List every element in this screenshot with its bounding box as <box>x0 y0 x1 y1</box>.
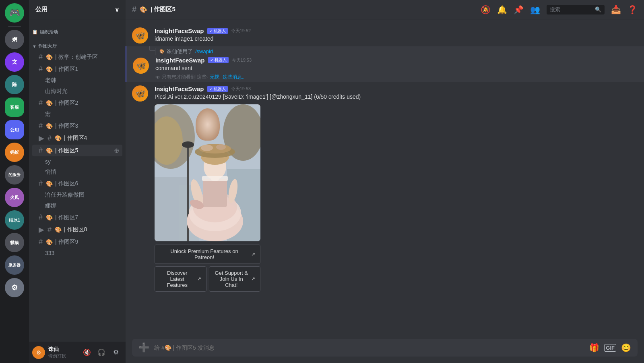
help-icon[interactable]: ❓ <box>627 5 638 15</box>
unlock-premium-button[interactable]: Unlock Premium Features on Patreon! ↗ <box>155 245 260 264</box>
channel-zuotu3[interactable]: # 🎨 | 作图区3 <box>32 120 122 132</box>
message-content-3: Picsi.Ai ver.2.0.u20240129 [SaveID: 'ima… <box>155 93 638 101</box>
gif-icon[interactable]: GIF <box>604 344 616 352</box>
channel-zuotu5[interactable]: # 🎨 | 作图区5 ⊕ <box>32 145 122 156</box>
channel-emoji: 🎨 <box>46 214 53 221</box>
channel-yuren[interactable]: 渝任升装修做图 <box>32 190 122 200</box>
server-sidebar: 🎮 婀 文 陈 客服 公用 蚂蚁 的服务 火凤 结冰1 貘貘 服务器 ⚙ <box>0 0 29 363</box>
channel-label: 渝任升装修做图 <box>45 191 85 199</box>
dismiss-link[interactable]: 无视 <box>210 74 219 81</box>
bot-avatar-2: 🦋 <box>133 58 149 74</box>
external-link-icon-2: ↗ <box>197 276 201 282</box>
channel-label: | 作图区9 <box>55 239 78 246</box>
discover-features-label: Discover Latest Features <box>160 270 195 288</box>
unlock-premium-label: Unlock Premium Features on Patreon! <box>160 248 249 260</box>
channel-jiaoxue[interactable]: # 🎨 | 教学：创建子区 <box>32 51 122 63</box>
channel-zuotu8[interactable]: ▶ # 🎨 | 作图区8 <box>32 224 122 236</box>
channel-label: | 教学：创建子区 <box>55 54 98 61</box>
discover-features-button[interactable]: Discover Latest Features ↗ <box>155 266 206 292</box>
reply-line <box>149 46 155 51</box>
channel-list: 📋 组织活动 ▼ 作图大厅 # 🎨 | 教学：创建子区 # 🎨 | 作图区1 老… <box>29 19 126 342</box>
external-link-icon-3: ↗ <box>251 276 255 282</box>
settings-button[interactable]: ⚙ <box>109 346 122 359</box>
channel-zuotu7[interactable]: # 🎨 | 作图区7 <box>32 212 122 223</box>
channel-category-drawing[interactable]: ▼ 作图大厅 <box>29 37 126 51</box>
pin-icon[interactable]: 📌 <box>514 5 524 15</box>
server-header[interactable]: 公用 ∨ <box>29 0 126 19</box>
message-input[interactable] <box>154 344 584 351</box>
server-icon-1[interactable]: 婀 <box>5 30 24 49</box>
server-icon-discord[interactable]: 🎮 <box>5 3 24 23</box>
server-icon-miyu[interactable]: 貘貘 <box>5 233 24 252</box>
channel-nana[interactable]: 娜娜 <box>32 201 122 211</box>
mute-button[interactable]: 🔇 <box>80 346 93 359</box>
channel-zuotu4[interactable]: ▶ # 🎨 | 作图区4 <box>32 132 122 144</box>
message-username-3: InsightFaceSwap <box>155 85 204 92</box>
channel-hong[interactable]: 宏 <box>32 109 122 120</box>
channel-zuotu9[interactable]: # 🎨 | 作图区9 <box>32 236 122 248</box>
category-icon: 📋 <box>32 29 38 35</box>
hash-icon: # <box>39 99 43 107</box>
message-time-3: 今天19:53 <box>231 86 251 92</box>
channel-333[interactable]: 333 <box>32 248 122 258</box>
message-username-2: InsightFaceSwap <box>155 57 205 64</box>
channel-zuotu2[interactable]: # 🎨 | 作图区2 <box>32 97 122 109</box>
channel-sy[interactable]: sy <box>32 157 122 166</box>
channel-label: 山海时光 <box>45 88 68 95</box>
chevron-down-icon: ∨ <box>115 6 119 13</box>
channel-label: 宏 <box>45 111 51 118</box>
channel-emoji: 🎨 <box>46 54 53 60</box>
eye-icon: 👁 <box>155 75 160 80</box>
server-icon-kefu[interactable]: 客服 <box>5 97 24 117</box>
inbox-icon[interactable]: 📥 <box>611 5 621 15</box>
channel-label: | 作图区3 <box>55 122 78 130</box>
channel-label: | 作图区5 <box>55 147 78 154</box>
server-icon-huofeng[interactable]: 火凤 <box>5 188 24 207</box>
user-status: 请勿打扰 <box>48 353 77 359</box>
get-support-button[interactable]: Get Support & Join Us In Chat! ↗ <box>209 266 261 292</box>
gift-icon[interactable]: 🎁 <box>589 343 599 353</box>
server-icon-danian[interactable]: 陈 <box>5 75 24 94</box>
ephemeral-text: 只有您才能看到 这些· <box>162 74 208 81</box>
add-attachment-button[interactable]: ➕ <box>138 342 149 353</box>
expand-icon: ▶ <box>39 134 44 143</box>
members-icon[interactable]: 👥 <box>530 5 540 15</box>
channel-emoji: 🎨 <box>46 66 53 73</box>
server-name: 公用 <box>35 6 47 13</box>
headphones-button[interactable]: 🎧 <box>95 346 108 359</box>
checkmark-icon-2: ✓ <box>210 58 213 62</box>
reply-command[interactable]: /swapid <box>195 48 213 54</box>
channel-label: 娜娜 <box>45 202 56 210</box>
svg-point-8 <box>182 141 194 148</box>
message-time-2: 今天19:53 <box>232 57 252 63</box>
message-username-1: InsightFaceSwap <box>155 27 204 34</box>
reply-bar-2: 🎨 诛仙使用了 /swapid <box>155 48 638 55</box>
server-icon-wenyan[interactable]: 文 <box>5 52 24 72</box>
these-messages-link[interactable]: 这些消息。 <box>223 74 247 81</box>
server-icon-mayi[interactable]: 蚂蚁 <box>5 143 24 162</box>
add-member-icon[interactable]: ⊕ <box>114 147 119 154</box>
server-icon-fuwu2[interactable]: 服务器 <box>5 255 24 275</box>
channel-zuotu1[interactable]: # 🎨 | 作图区1 <box>32 63 122 75</box>
emoji-icon[interactable]: 😊 <box>621 343 631 353</box>
button-row: Discover Latest Features ↗ Get Support &… <box>155 266 260 292</box>
channel-label: sy <box>45 158 51 165</box>
silent-icon[interactable]: 🔕 <box>481 5 491 15</box>
channel-emoji: 🎨 <box>46 180 53 187</box>
server-icon-jiebing[interactable]: 结冰1 <box>5 210 24 230</box>
ephemeral-note: 👁 只有您才能看到 这些· 无视 这些消息。 <box>155 74 638 81</box>
server-icon-xian[interactable]: ⚙ <box>5 278 24 297</box>
server-icon-fuwu[interactable]: 的服务 <box>5 165 24 185</box>
hash-icon: # <box>39 179 43 188</box>
channel-laohan[interactable]: 老韩 <box>32 75 122 86</box>
channel-qiaoqiao[interactable]: 悄悄 <box>32 167 122 177</box>
hash-icon: # <box>47 226 52 234</box>
bell-icon[interactable]: 🔔 <box>497 5 507 15</box>
message-input-area: ➕ 🎁 GIF 😊 <box>126 339 644 363</box>
channel-emoji: 🎨 <box>46 147 53 154</box>
search-bar[interactable]: 搜索 🔍 <box>547 5 605 15</box>
server-icon-gongyong[interactable]: 公用 <box>5 120 24 139</box>
channel-zuotu6[interactable]: # 🎨 | 作图区6 <box>32 178 122 189</box>
server-divider <box>8 26 21 27</box>
channel-shanhaitime[interactable]: 山海时光 <box>32 86 122 97</box>
